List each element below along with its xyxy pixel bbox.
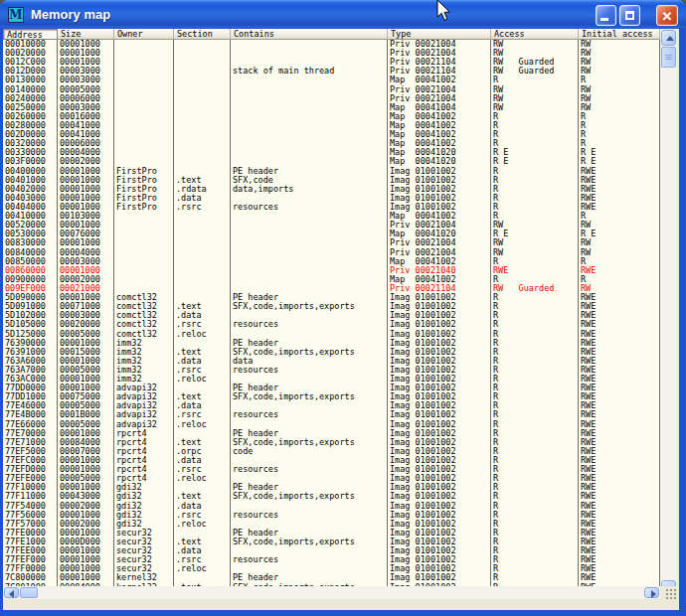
table-row[interactable]: 77E4B0000001B000advapi32.rsrcresourcesIm… (3, 410, 660, 419)
cell-section: .text (174, 492, 231, 501)
table-row[interactable]: 5D09000000001000comctl32PE headerImag 01… (3, 293, 660, 302)
table-row[interactable]: 7639100000015000imm32.textSFX,code,impor… (3, 348, 660, 357)
scroll-right-button[interactable] (644, 587, 659, 598)
cell-access: RW (491, 40, 579, 49)
cell-size: 00001000 (58, 456, 114, 465)
scroll-left-button[interactable] (4, 587, 19, 598)
cell-initial-access: RWE (579, 538, 660, 546)
table-row[interactable]: 0024000000006000Priv 00021004RWRW (3, 94, 660, 103)
table-row[interactable]: 77FF000000001000secur32.relocImag 010010… (3, 564, 660, 573)
table-row[interactable]: 0053000000076000Map 00041020R ER E (3, 230, 660, 238)
cell-size: 00001000 (58, 167, 114, 176)
table-row[interactable]: 0033000000004000Map 00041020R ER E (3, 148, 660, 157)
table-row[interactable]: 763A700000005000imm32.rsrcresourcesImag … (3, 366, 660, 375)
table-row[interactable]: 0083000000001000Priv 00021004RWRW (3, 238, 660, 247)
window-frame: M Memory map ✕ AddressSizeOwnerSectionCo… (0, 0, 686, 616)
table-row[interactable]: 5D10500000020000comctl32.rsrcresourcesIm… (3, 320, 660, 329)
app-icon[interactable]: M (8, 7, 24, 23)
table-row[interactable]: 0028000000041000Map 00041002RR (3, 121, 660, 130)
table-row[interactable]: 009EF00000021000Priv 00021104RW GuardedR… (3, 284, 660, 293)
cell-initial-access: RW (579, 94, 660, 103)
vertical-scroll-thumb[interactable] (661, 47, 676, 68)
table-row[interactable]: 77E7100000084000rpcrt4.textSFX,code,impo… (3, 438, 660, 447)
table-row[interactable]: 77EFE00000005000rpcrt4.relocImag 0100100… (3, 474, 660, 483)
cell-type: Imag 01001002 (388, 502, 491, 511)
table-row[interactable]: 0014000000005000Priv 00021004RWRW (3, 85, 660, 94)
table-row[interactable]: 77F5600000001000gdi32.rsrcresourcesImag … (3, 511, 660, 520)
vertical-scrollbar[interactable] (660, 29, 677, 597)
cell-type: Imag 01001002 (388, 366, 491, 375)
column-header-contains[interactable]: Contains (231, 29, 388, 40)
table-row[interactable]: 77E4600000005000advapi32.dataImag 010010… (3, 401, 660, 410)
cell-section (174, 103, 231, 112)
column-header-size[interactable]: Size (58, 29, 114, 40)
cell-initial-access: R E (579, 157, 660, 166)
table-row[interactable]: 0090000000002000Map 00041002RR (3, 275, 660, 284)
table-row[interactable]: 0052000000001000Priv 00021004RWRW (3, 221, 660, 230)
table-row[interactable]: 5D12500000005000comctl32.relocImag 01001… (3, 330, 660, 339)
table-row[interactable]: 0040400000001000FirstPro.rsrcresourcesIm… (3, 203, 660, 212)
table-row[interactable]: 0012D00000003000stack of main threadPriv… (3, 67, 660, 76)
table-row[interactable]: 763AC00000001000imm32.relocImag 01001002… (3, 375, 660, 384)
cell-access: R (491, 366, 579, 375)
table-row[interactable]: 5D10200000003000comctl32.dataImag 010010… (3, 311, 660, 320)
titlebar[interactable]: M Memory map ✕ (0, 0, 686, 29)
table-row[interactable]: 0026000000016000Map 00041002RR (3, 112, 660, 121)
table-row[interactable]: 77EFC00000001000rpcrt4.dataImag 01001002… (3, 456, 660, 465)
horizontal-scroll-thumb[interactable] (20, 587, 38, 598)
table-row[interactable]: 77FE000000001000secur32PE headerImag 010… (3, 529, 660, 538)
cell-section (174, 284, 231, 293)
table-row[interactable]: 7639000000001000imm32PE headerImag 01001… (3, 339, 660, 348)
table-row[interactable]: 77F5400000002000gdi32.dataImag 01001002R… (3, 502, 660, 511)
cell-section (174, 148, 231, 157)
table-row[interactable]: 77DD100000075000advapi32.textSFX,code,im… (3, 392, 660, 401)
table-row[interactable]: 0084000000004000Priv 00021004RWRW (3, 248, 660, 257)
table-row[interactable]: 77E6600000005000advapi32.relocImag 01001… (3, 420, 660, 429)
table-row[interactable]: 0085000000003000Map 00041002RR (3, 257, 660, 266)
scroll-up-button[interactable] (661, 30, 676, 46)
cell-contains: resources (231, 320, 388, 329)
table-row[interactable]: 7C80000000001000kernel32PE headerImag 01… (3, 573, 660, 582)
cell-section: .rsrc (174, 555, 231, 564)
column-header-owner[interactable]: Owner (114, 29, 174, 40)
cell-type: Map 00041002 (388, 275, 491, 284)
table-row[interactable]: 77F1000000001000gdi32PE headerImag 01001… (3, 483, 660, 492)
table-row[interactable]: 763A600000001000imm32.datadataImag 01001… (3, 357, 660, 366)
table-row[interactable]: 0040100000001000FirstPro.textSFX,codeIma… (3, 176, 660, 185)
column-header-section[interactable]: Section (174, 29, 231, 40)
table-row[interactable]: 0032000000006000Map 00041002RR (3, 139, 660, 148)
table-row[interactable]: 5D09100000071000comctl32.textSFX,code,im… (3, 302, 660, 311)
table-row[interactable]: 77F5700000002000gdi32.relocImag 01001002… (3, 520, 660, 529)
cell-contains: SFX,code,imports,exports (231, 492, 388, 501)
table-row[interactable]: 0040300000001000FirstPro.dataImag 010010… (3, 194, 660, 203)
table-row[interactable]: 0025000000003000Map 00041004RWRW (3, 103, 660, 112)
resize-grip[interactable] (665, 588, 677, 600)
table-row[interactable]: 003F000000002000Map 00041020R ER E (3, 157, 660, 166)
table-row[interactable]: 77FE10000000D000secur32.textSFX,code,imp… (3, 538, 660, 546)
table-row[interactable]: 77FEF00000001000secur32.rsrcresourcesIma… (3, 555, 660, 564)
column-header-address[interactable]: Address (3, 29, 58, 40)
column-header-initial-access[interactable]: Initial access (579, 29, 660, 40)
table-row[interactable]: 0040000000001000FirstProPE headerImag 01… (3, 167, 660, 176)
table-row[interactable]: 0041000000103000Map 00041002RR (3, 212, 660, 221)
table-row[interactable]: 0002000000001000Priv 00021004RWRW (3, 49, 660, 58)
table-row[interactable]: 77EFD00000001000rpcrt4.rsrcresourcesImag… (3, 465, 660, 474)
table-row[interactable]: 0013000000003000Map 00041002RR (3, 76, 660, 84)
column-header-type[interactable]: Type (388, 29, 491, 40)
table-row[interactable]: 002D000000041000Map 00041002RR (3, 130, 660, 139)
close-button[interactable]: ✕ (656, 5, 678, 26)
table-row[interactable]: 77DD000000001000advapi32PE headerImag 01… (3, 384, 660, 392)
table-row[interactable]: 77FEE00000001000secur32.dataImag 0100100… (3, 546, 660, 555)
table-row[interactable]: 77E7000000001000rpcrt4PE headerImag 0100… (3, 429, 660, 438)
table-row[interactable]: 77EF500000007000rpcrt4.orpccodeImag 0100… (3, 447, 660, 456)
horizontal-scrollbar[interactable] (3, 586, 660, 599)
table-row[interactable]: 0001000000001000Priv 00021004RWRW (3, 40, 660, 49)
minimize-button[interactable] (596, 5, 616, 26)
cell-initial-access: RWE (579, 330, 660, 339)
column-header-access[interactable]: Access (491, 29, 579, 40)
table-row[interactable]: 77F1100000043000gdi32.textSFX,code,impor… (3, 492, 660, 501)
maximize-button[interactable] (619, 5, 640, 26)
table-row[interactable]: 0040200000001000FirstPro.rdatadata,impor… (3, 185, 660, 194)
table-row[interactable]: 0012C00000001000Priv 00021104RW GuardedR… (3, 58, 660, 67)
table-row[interactable]: 0086000000001000Priv 00021040RWERWE (3, 266, 660, 275)
